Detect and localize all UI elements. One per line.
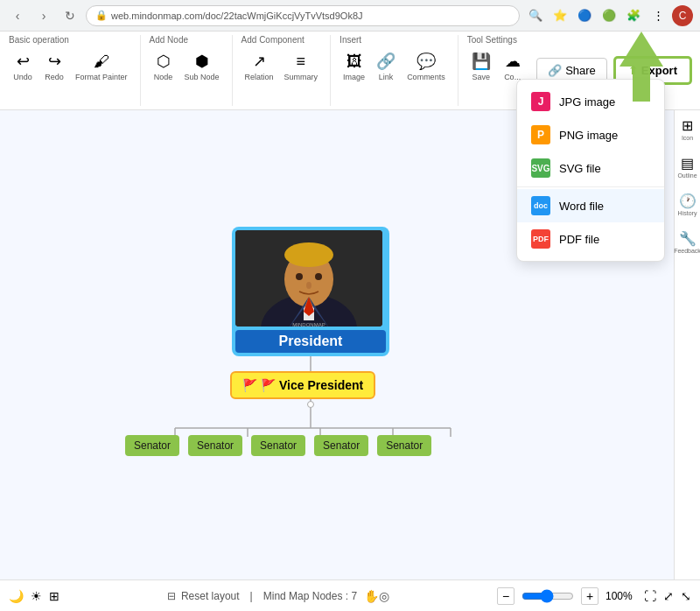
toolbar-group-insert: Insert 🖼 Image 🔗 Link 💬 Comments [331, 35, 458, 106]
summary-button[interactable]: ≡ Summary [281, 49, 322, 85]
extension1-icon[interactable]: 🔵 [574, 5, 595, 26]
share-label: Share [565, 64, 596, 77]
dark-mode-icon[interactable]: 🌙 [9, 589, 24, 603]
refresh-button[interactable]: ↻ [60, 5, 80, 26]
extension2-icon[interactable]: 🟢 [598, 5, 620, 26]
outline-icon: ▤ [681, 155, 694, 172]
relation-icon: ↗ [253, 52, 266, 71]
reset-layout-label[interactable]: Reset layout [181, 590, 240, 602]
status-left: 🌙 ☀ ⊞ [9, 589, 60, 603]
group-label-tools: Tool Settings [467, 35, 517, 45]
right-sidebar: ⊞ Icon ▤ Outline 🕐 History 🔧 Feedback [674, 110, 700, 579]
senator-node-5[interactable]: Senator [377, 435, 431, 456]
image-icon: 🖼 [346, 53, 362, 71]
node-button[interactable]: ⬡ Node [150, 48, 178, 85]
format-painter-button[interactable]: 🖌 Format Painter [72, 49, 131, 85]
senator-node-1[interactable]: Senator [125, 435, 179, 456]
svg-point-15 [296, 273, 303, 280]
browser-icons: 🔍 ⭐ 🔵 🟢 🧩 ⋮ C [525, 5, 693, 26]
status-center: ⊟ Reset layout | Mind Map Nodes : 7 ✋ ◎ [68, 589, 488, 603]
relation-button[interactable]: ↗ Relation [242, 48, 277, 85]
hand-icon[interactable]: ✋ [364, 589, 379, 603]
image-button[interactable]: 🖼 Image [340, 49, 368, 85]
expand-icon[interactable]: ⤡ [681, 589, 691, 603]
fullscreen-icon[interactable]: ⛶ [644, 589, 656, 603]
pdf-label: PDF file [559, 233, 599, 246]
president-node[interactable]: MINDONMAP President [232, 227, 389, 356]
menu-divider [517, 186, 664, 187]
president-image: MINDONMAP [235, 230, 382, 327]
save-label: Save [472, 73, 490, 81]
png-icon: P [531, 125, 550, 144]
flag-icon-2: 🚩 [261, 378, 276, 392]
green-arrow-indicator [620, 32, 663, 105]
undo-button[interactable]: ↩ Undo [9, 48, 37, 85]
grid-icon[interactable]: ⊞ [49, 589, 60, 603]
search-icon[interactable]: 🔍 [525, 5, 546, 26]
comments-icon: 💬 [416, 52, 436, 71]
senator-row: Senator Senator Senator Senator Senator [125, 435, 431, 456]
sidebar-item-history[interactable]: 🕐 History [678, 193, 697, 216]
link-icon: 🔗 [376, 52, 396, 71]
doc-icon: doc [531, 196, 550, 215]
sidebar-item-outline[interactable]: ▤ Outline [677, 155, 696, 179]
link-button[interactable]: 🔗 Link [372, 48, 400, 85]
toolbar-group-component: Add Component ↗ Relation ≡ Summary [233, 35, 332, 106]
extension3-icon[interactable]: 🧩 [623, 5, 644, 26]
svg-point-17 [306, 282, 312, 289]
settings-sun-icon[interactable]: ☀ [31, 589, 42, 603]
status-right: − + 100% ⛶ ⤢ ⤡ [497, 587, 691, 605]
bookmark-icon[interactable]: ⭐ [550, 5, 570, 26]
browser-chrome: ‹ › ↻ 🔒 web.mindonmap.com/doc/22tacWmjGi… [0, 0, 700, 32]
zoom-in-button[interactable]: + [581, 587, 598, 605]
zoom-slider[interactable] [522, 589, 574, 603]
relation-label: Relation [245, 73, 274, 81]
svg-label: SVG file [559, 162, 601, 175]
menu-item-word[interactable]: doc Word file [517, 189, 664, 222]
icon-grid-icon: ⊞ [682, 117, 693, 134]
export-dropdown: J JPG image P PNG image SVG SVG file doc… [516, 79, 665, 262]
vp-connector-dot [307, 401, 314, 408]
sidebar-item-icon[interactable]: ⊞ Icon [682, 117, 693, 141]
senator-node-4[interactable]: Senator [314, 435, 368, 456]
senator-node-3[interactable]: Senator [251, 435, 305, 456]
save-button[interactable]: 💾 Save [467, 48, 495, 85]
fit-screen-icon[interactable]: ⤢ [663, 589, 674, 603]
comments-label: Comments [407, 73, 445, 81]
person-svg: MINDONMAP [235, 230, 382, 327]
save-icon: 💾 [472, 52, 491, 71]
lock-icon: 🔒 [95, 10, 108, 21]
jpg-icon: J [531, 92, 550, 111]
toolbar-group-node: Add Node ⬡ Node ⬢ Sub Node [141, 35, 233, 106]
history-icon: 🕐 [679, 193, 696, 209]
url-text: web.mindonmap.com/doc/22tacWmjGiKccjVyTv… [111, 11, 363, 21]
comments-button[interactable]: 💬 Comments [403, 48, 449, 85]
menu-item-svg[interactable]: SVG SVG file [517, 151, 664, 185]
undo-icon: ↩ [17, 52, 30, 71]
address-bar[interactable]: 🔒 web.mindonmap.com/doc/22tacWmjGiKccjVy… [86, 5, 520, 26]
svg-point-16 [315, 273, 322, 280]
vp-node[interactable]: 🚩 🚩 Vice President [230, 371, 375, 399]
group-label-component: Add Component [242, 35, 304, 45]
menu-icon[interactable]: ⋮ [648, 5, 668, 26]
menu-item-pdf[interactable]: PDF PDF file [517, 222, 664, 256]
sidebar-item-feedback[interactable]: 🔧 Feedback [674, 230, 700, 254]
link-label: Link [379, 73, 394, 81]
forward-button[interactable]: › [33, 5, 54, 26]
group-label-insert: Insert [340, 35, 361, 45]
redo-button[interactable]: ↪ Redo [40, 48, 68, 85]
svg-icon-text: SVG [531, 164, 550, 173]
jpg-label: JPG image [559, 95, 615, 109]
sub-node-button[interactable]: ⬢ Sub Node [181, 48, 223, 85]
sidebar-icon-label: Icon [682, 135, 693, 141]
png-label: PNG image [559, 129, 618, 142]
zoom-out-button[interactable]: − [497, 587, 514, 605]
flag-icon-1: 🚩 [242, 378, 257, 392]
menu-item-png[interactable]: P PNG image [517, 118, 664, 151]
feedback-icon: 🔧 [679, 230, 696, 247]
node-label: Node [154, 73, 173, 81]
back-button[interactable]: ‹ [7, 5, 28, 26]
target-icon[interactable]: ◎ [379, 589, 389, 603]
senator-node-2[interactable]: Senator [188, 435, 242, 456]
profile-icon[interactable]: C [672, 5, 693, 26]
